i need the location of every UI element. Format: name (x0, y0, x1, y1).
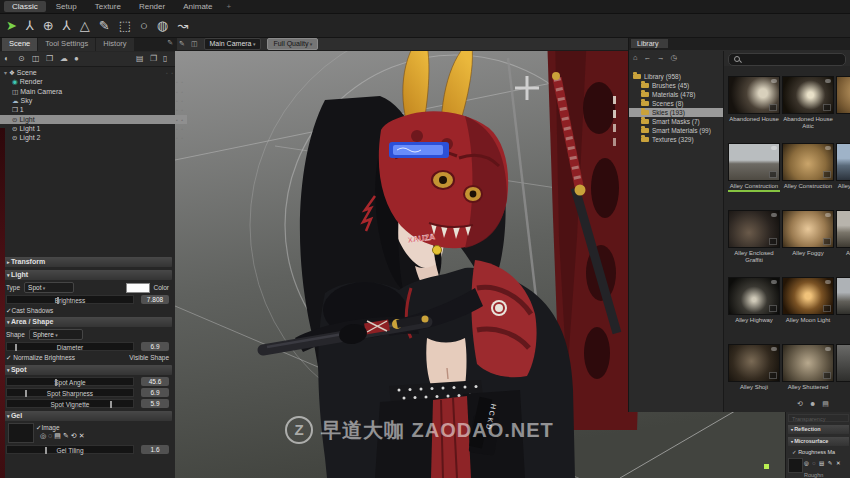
tab-library[interactable]: Library (631, 39, 668, 48)
render-quality-dropdown[interactable]: Full Quality (267, 38, 318, 50)
row-visibility-icons[interactable]: ◦ ◦ (176, 135, 184, 141)
row-visibility-icons[interactable]: ◦ ◦ (176, 79, 184, 85)
delete-object-icon[interactable]: ▯ (163, 54, 167, 63)
row-visibility-icons[interactable]: ◦ ◦ (166, 70, 174, 76)
reflection-section-header[interactable]: Reflection (788, 425, 849, 434)
library-tree-root[interactable]: Library (958) (629, 72, 726, 81)
row-visibility-icons[interactable]: ◦ ◦ (176, 117, 184, 123)
sky-thumbnail[interactable]: Alley (836, 76, 850, 123)
sky-thumbnail[interactable]: Alley (836, 344, 850, 391)
tree-row-sky[interactable]: ☁ Sky ◦ ◦ (0, 96, 187, 105)
spot-sharpness-value[interactable]: 6.9 (141, 388, 169, 397)
view-mode-icon[interactable]: ▤ (822, 400, 835, 407)
row-visibility-icons[interactable]: ◦ ◦ (176, 126, 184, 132)
library-tree-brushes[interactable]: Brushes (45) (629, 81, 734, 90)
tree-row-render[interactable]: ◉ Render ◦ ◦ (0, 77, 187, 86)
sky-thumbnail[interactable]: Abandoned House Attic (782, 76, 834, 130)
transform-section-header[interactable]: Transform (3, 257, 172, 267)
warp-tool-icon[interactable]: ↝ (177, 19, 188, 32)
gel-image-checkbox[interactable]: Image (36, 423, 199, 432)
area-shape-section-header[interactable]: Area / Shape (3, 317, 172, 327)
pose-tool-icon[interactable]: ⅄ (63, 19, 71, 32)
gel-section-header[interactable]: Gel (3, 411, 172, 421)
sky-thumbnail[interactable]: Alley Foggy (782, 210, 834, 257)
tree-row-light-2[interactable]: ⊙ Light 2 ◦ ◦ (0, 133, 187, 142)
sky-thumbnail[interactable]: Abandoned House (728, 76, 780, 123)
sky-thumbnail[interactable]: Alley Moon Light (782, 277, 834, 324)
home-icon[interactable]: ⌂ (633, 53, 644, 62)
gel-tiling-slider[interactable]: Gel Tiling 1.6 (6, 445, 169, 454)
sky-thumbnail[interactable]: Alley Highway (728, 277, 780, 324)
spot-vignette-slider[interactable]: Spot Vignette 5.9 (6, 399, 169, 408)
row-visibility-icons[interactable]: ◦ ◦ (176, 89, 184, 95)
sky-thumbnail[interactable]: Alley (836, 277, 850, 324)
tree-row-main-camera[interactable]: ◫ Main Camera ◦ ◦ (0, 87, 187, 96)
texture-reload-icon[interactable]: ⟲ (71, 432, 79, 439)
marquee-select-tool-icon[interactable]: ⬚ (119, 19, 131, 32)
library-tree-scenes[interactable]: Scenes (8) (629, 99, 734, 108)
ellipse-select-tool-icon[interactable]: ○ (140, 19, 148, 32)
visible-shape-toggle[interactable]: Visible Shape (129, 354, 169, 361)
edit-panel-icon[interactable]: ✎ (167, 39, 173, 47)
shape-dropdown[interactable]: Sphere (29, 329, 83, 340)
row-visibility-icons[interactable]: ◦ ◦ (176, 107, 184, 113)
gel-tiling-value[interactable]: 1.6 (141, 445, 169, 454)
texture-edit-icon[interactable]: ✎ (63, 432, 71, 439)
microsurface-section-header[interactable]: Microsurface (788, 437, 849, 446)
brightness-value[interactable]: 7.808 (141, 295, 169, 304)
light-section-header[interactable]: Light (3, 270, 172, 280)
translate-tool-icon[interactable]: ⅄ (26, 19, 34, 32)
texture-save-icon[interactable]: ▤ (54, 432, 63, 439)
forward-icon[interactable]: → (657, 53, 671, 62)
cast-shadows-checkbox[interactable]: Cast Shadows (6, 306, 169, 315)
spot-angle-slider[interactable]: Spot Angle 45.6 (6, 377, 169, 386)
tab-scene[interactable]: Scene (2, 38, 37, 51)
add-camera-icon[interactable]: ◫ (32, 54, 40, 63)
add-mesh-icon[interactable]: ❒ (46, 54, 53, 63)
sky-thumbnail[interactable]: Alley Construction (836, 143, 850, 190)
menu-tab-texture[interactable]: Texture (87, 1, 129, 12)
tree-row-light-1[interactable]: ⊙ Light 1 ◦ ◦ (0, 124, 187, 133)
menu-tab-classic[interactable]: Classic (4, 1, 46, 12)
texture-clear-icon[interactable]: ✕ (79, 432, 87, 439)
account-icon[interactable]: ☻ (809, 400, 822, 407)
normalize-brightness-checkbox[interactable]: Normalize Brightness (6, 354, 75, 362)
tab-tool-settings[interactable]: Tool Settings (38, 38, 95, 51)
sky-thumbnail[interactable]: Alley Construction (728, 143, 780, 190)
spot-vignette-value[interactable]: 5.9 (141, 399, 169, 408)
history-icon[interactable]: ◷ (671, 53, 684, 62)
tab-history[interactable]: History (96, 38, 133, 51)
tree-row-scene[interactable]: ▾ ❖ Scene ◦ ◦ (0, 68, 177, 77)
camera-select-dropdown[interactable]: Main Camera (204, 38, 262, 50)
gel-texture-slot[interactable] (8, 423, 34, 443)
sync-icon[interactable]: ⟲ (797, 400, 809, 407)
menu-tab-render[interactable]: Render (131, 1, 173, 12)
library-tree-textures[interactable]: Textures (329) (629, 135, 734, 144)
sky-thumbnail[interactable]: Alley Construction (782, 143, 834, 190)
paint-tool-icon[interactable]: ✎ (99, 19, 110, 32)
add-material-icon[interactable]: ● (74, 54, 79, 63)
row-visibility-icons[interactable]: ◦ ◦ (176, 98, 184, 104)
back-icon[interactable]: ← (644, 53, 658, 62)
lasso-select-tool-icon[interactable]: ◍ (157, 19, 168, 32)
open-folder-icon[interactable]: ▤ (136, 54, 144, 63)
sky-thumbnail[interactable]: Alley Shuttered (782, 344, 834, 391)
library-tree-skies[interactable]: Skies (193) (629, 108, 734, 117)
tree-row-light-selected[interactable]: ⊙ Light ◦ ◦ (0, 115, 187, 124)
duplicate-object-icon[interactable]: ❐ (150, 54, 157, 63)
light-color-swatch[interactable] (126, 283, 150, 293)
sky-thumbnail[interactable]: Alley Shoji (728, 344, 780, 391)
add-render-object-icon[interactable]: ◐ (4, 54, 9, 63)
texture-load-icon[interactable]: ◎ (40, 432, 48, 439)
add-layout-tab-button[interactable]: + (223, 2, 236, 11)
diameter-slider[interactable]: Diameter 6.9 (6, 342, 169, 351)
sky-thumbnail[interactable]: Alley Graffiti (836, 210, 850, 257)
diameter-value[interactable]: 6.9 (141, 342, 169, 351)
library-tree-smart-masks[interactable]: Smart Masks (7) (629, 117, 734, 126)
spot-angle-value[interactable]: 45.6 (141, 377, 169, 386)
edit-viewport-icon[interactable]: ✎ (179, 40, 185, 48)
roughness-map-checkbox[interactable]: Roughness Ma (792, 449, 835, 455)
rotate-tool-icon[interactable]: ⊕ (43, 19, 54, 32)
menu-tab-setup[interactable]: Setup (48, 1, 85, 12)
transparency-section-header[interactable]: Transparency (788, 414, 849, 422)
